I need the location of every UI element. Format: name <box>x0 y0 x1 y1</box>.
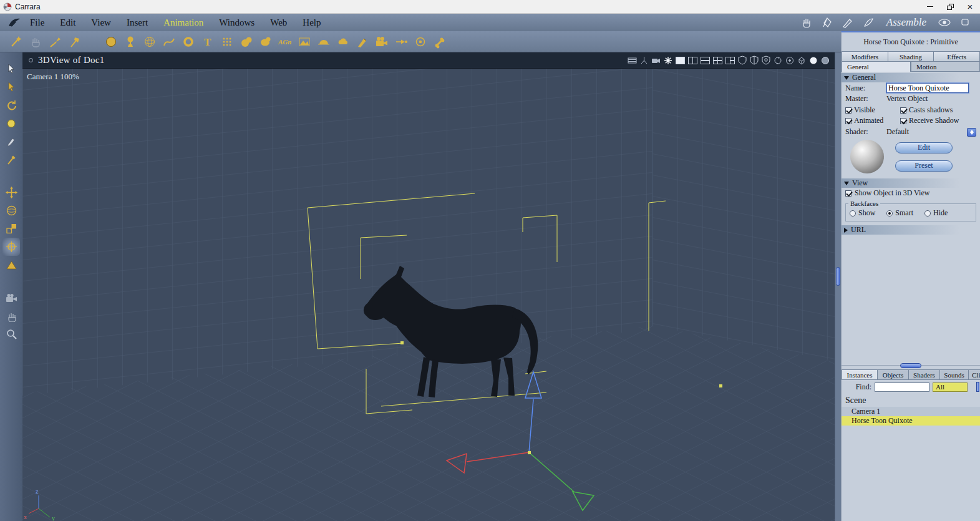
name-input[interactable] <box>886 83 969 93</box>
sphere-tool-icon[interactable] <box>101 32 120 51</box>
terrain-icon[interactable] <box>294 32 314 51</box>
menu-help[interactable]: Help <box>303 17 321 28</box>
agn-icon[interactable]: AGn <box>275 32 294 51</box>
move-icon[interactable] <box>2 183 20 202</box>
pen-tool-icon[interactable] <box>352 32 372 51</box>
menu-web[interactable]: Web <box>270 17 287 28</box>
scale-icon[interactable] <box>2 220 20 238</box>
animated-checkbox[interactable]: Animated <box>845 116 900 125</box>
backfaces-show-radio[interactable]: Show <box>850 208 875 218</box>
splitter-handle-vertical[interactable] <box>836 267 840 286</box>
show-object-checkbox[interactable]: Show Object in 3D View <box>845 188 929 198</box>
spline-icon[interactable] <box>159 32 178 51</box>
tab-shaders[interactable]: Shaders <box>909 369 940 380</box>
layout-4pane-icon[interactable] <box>713 57 722 64</box>
viewport-dot-icon[interactable] <box>29 58 33 62</box>
rotate-view-icon[interactable] <box>2 96 20 114</box>
layout-vsplit-icon[interactable] <box>688 57 697 64</box>
blob-icon[interactable] <box>256 32 275 51</box>
menu-insert[interactable]: Insert <box>127 17 148 28</box>
zoom-icon[interactable] <box>2 325 20 343</box>
filter-dropdown[interactable]: All <box>933 382 968 392</box>
orbit-icon[interactable] <box>774 56 782 65</box>
shader-combo-button[interactable] <box>967 128 976 137</box>
tree-item-camera[interactable]: Camera 1 <box>842 407 980 416</box>
compass-icon[interactable] <box>785 56 794 65</box>
shield-icon[interactable] <box>738 56 747 65</box>
edit-shader-button[interactable]: Edit <box>895 142 953 153</box>
brush-icon[interactable] <box>45 32 64 51</box>
quill-icon[interactable] <box>861 16 876 29</box>
backfaces-hide-radio[interactable]: Hide <box>924 208 948 218</box>
ball-icon[interactable] <box>2 114 20 132</box>
tab-modifiers[interactable]: Modifiers <box>842 51 888 62</box>
pen-icon[interactable] <box>840 16 855 29</box>
hotpoint-icon[interactable] <box>2 238 20 256</box>
menu-edit[interactable]: Edit <box>60 17 75 28</box>
sphere-solid-icon[interactable] <box>809 56 818 65</box>
text-tool-icon[interactable]: T <box>198 32 217 51</box>
eye-icon[interactable] <box>937 16 952 29</box>
hand-tool-icon[interactable] <box>26 32 45 51</box>
hatchet-icon[interactable] <box>64 32 84 51</box>
section-general-header[interactable]: General <box>842 73 980 82</box>
rotate-icon[interactable] <box>2 202 20 220</box>
dropper-icon[interactable] <box>2 150 20 168</box>
snowflake-icon[interactable] <box>664 56 672 65</box>
panel-splitter-horizontal[interactable] <box>842 362 980 369</box>
tree-item-horse[interactable]: Horse Toon Quixote <box>842 416 980 426</box>
geosphere-icon[interactable] <box>140 32 159 51</box>
receive-shadow-checkbox[interactable]: Receive Shadow <box>900 116 976 125</box>
splitter-handle-horizontal[interactable] <box>900 363 921 368</box>
camera-icon[interactable] <box>2 289 20 307</box>
vertex-object-icon[interactable] <box>120 32 140 51</box>
3d-canvas[interactable]: Camera 1 100% <box>22 69 835 521</box>
tab-effects[interactable]: Effects <box>934 51 980 62</box>
tab-sounds[interactable]: Sounds <box>940 369 969 380</box>
knife-icon[interactable] <box>2 132 20 150</box>
sphere-wire-icon[interactable] <box>821 56 830 65</box>
visible-checkbox[interactable]: Visible <box>845 105 900 115</box>
tab-instances[interactable]: Instances <box>842 369 878 380</box>
skydome-icon[interactable] <box>314 32 333 51</box>
section-view-header[interactable]: View <box>842 178 980 188</box>
preset-button[interactable]: Preset <box>895 160 953 172</box>
hand-icon[interactable] <box>799 16 814 29</box>
shield2-icon[interactable] <box>750 56 759 65</box>
preview-box-icon[interactable] <box>958 16 973 29</box>
menu-file[interactable]: File <box>30 17 44 28</box>
section-url-header[interactable]: URL <box>842 225 980 235</box>
pan-hand-icon[interactable] <box>2 307 20 325</box>
nib-icon[interactable] <box>820 16 835 29</box>
scene-root[interactable]: Scene <box>842 394 980 407</box>
tab-clips[interactable]: Clip <box>969 369 980 380</box>
cloud-icon[interactable] <box>333 32 352 51</box>
select-arrow-icon[interactable] <box>2 60 20 78</box>
tab-motion[interactable]: Motion <box>911 62 980 72</box>
tab-objects[interactable]: Objects <box>878 369 909 380</box>
film-icon[interactable] <box>628 56 637 65</box>
panel-splitter-vertical[interactable] <box>835 52 841 521</box>
menu-view[interactable]: View <box>91 17 111 28</box>
pyramid-icon[interactable] <box>2 256 20 274</box>
box-icon[interactable] <box>797 56 806 65</box>
target-light-icon[interactable] <box>410 32 430 51</box>
find-input[interactable] <box>875 382 929 392</box>
torus-icon[interactable] <box>178 32 198 51</box>
layout-1left-2right-icon[interactable] <box>725 57 735 64</box>
layout-single-icon[interactable] <box>676 57 685 64</box>
casts-shadows-checkbox[interactable]: Casts shadows <box>900 105 976 115</box>
layout-hsplit-icon[interactable] <box>701 57 710 64</box>
wand-icon[interactable] <box>6 32 26 51</box>
paint-arrow-icon[interactable] <box>2 78 20 96</box>
metaball-icon[interactable] <box>236 32 256 51</box>
axes-icon[interactable] <box>640 56 648 65</box>
tab-shading[interactable]: Shading <box>888 51 934 62</box>
follow-icon[interactable] <box>391 32 410 51</box>
backfaces-smart-radio[interactable]: Smart <box>886 208 913 218</box>
tab-general[interactable]: General <box>842 62 911 72</box>
minimize-button[interactable] <box>920 0 940 13</box>
particles-icon[interactable] <box>217 32 236 51</box>
shield3-icon[interactable] <box>762 56 770 65</box>
close-button[interactable]: × <box>960 0 980 13</box>
